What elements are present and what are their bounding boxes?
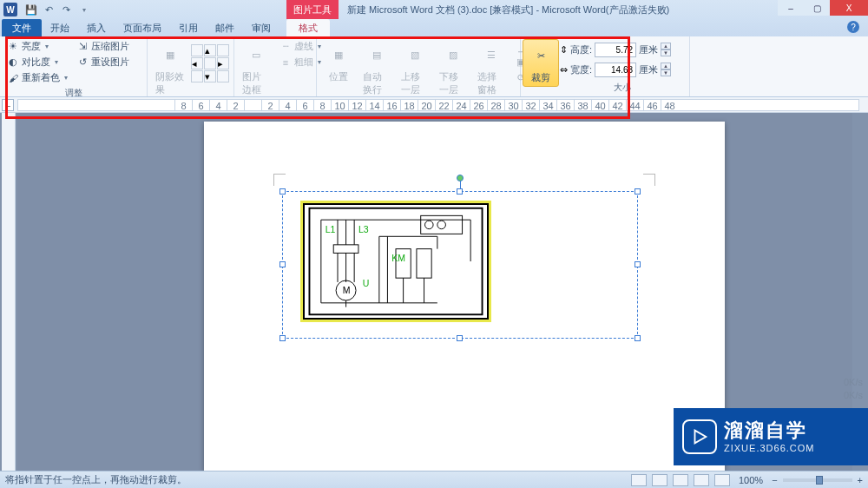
height-input[interactable] (595, 43, 636, 57)
help-icon[interactable]: ? (847, 21, 859, 33)
compress-pictures-button[interactable]: ⇲压缩图片 (74, 39, 132, 54)
shadow-icon: ▦ (156, 41, 184, 69)
qat-undo-button[interactable]: ↶ (42, 3, 56, 16)
shadow-effects-button[interactable]: ▦ 阴影效果 (152, 39, 187, 98)
bring-forward-button[interactable]: ▧上移一层 (398, 39, 432, 98)
ribbon-group-shadow: ▦ 阴影效果 ▴ ◂▸ ▾ 阴影效果 (148, 36, 234, 96)
resize-handle-r[interactable] (635, 261, 641, 267)
tab-page-layout[interactable]: 页面布局 (115, 19, 170, 36)
resize-handle-tl[interactable] (279, 188, 286, 195)
crop-icon: ✂ (527, 42, 555, 69)
picture-selection-frame[interactable]: M L1L3 UKM (282, 191, 638, 339)
rotate-handle[interactable] (457, 175, 464, 181)
nudge-right-button[interactable]: ▸ (217, 57, 229, 69)
forward-icon: ▧ (401, 41, 429, 69)
ruler-tick: 8 (174, 100, 192, 111)
tab-references[interactable]: 引用 (170, 19, 207, 36)
resize-handle-b[interactable] (457, 335, 463, 341)
qat-customize-button[interactable] (76, 3, 90, 16)
ruler-tick: 36 (556, 100, 574, 111)
resize-handle-bl[interactable] (279, 335, 286, 341)
backward-label: 下移一层 (439, 70, 467, 96)
ribbon: ☀亮度 ◐对比度 🖌重新着色 ⇲压缩图片 ↺重设图片 调整 ▦ 阴影效果 ▴ ◂… (0, 36, 868, 97)
ruler-tick: 2 (227, 100, 244, 111)
net-down: 0K/s (844, 389, 863, 401)
nudge-up-button[interactable]: ▴ (204, 44, 216, 56)
ruler-tick: 46 (643, 100, 661, 111)
tab-review[interactable]: 审阅 (243, 19, 279, 36)
forward-label: 上移一层 (401, 70, 429, 96)
reset-icon: ↺ (76, 56, 89, 69)
window-controls: – ▢ X (778, 0, 868, 16)
svg-text:L1: L1 (326, 224, 336, 234)
nudge-down-button[interactable]: ▾ (204, 70, 216, 82)
zoom-percentage[interactable]: 100% (735, 475, 766, 485)
resize-handle-tr[interactable] (635, 188, 641, 195)
position-button[interactable]: ▦位置 (321, 39, 356, 85)
width-step-up[interactable]: ▲ (661, 63, 671, 69)
view-draft-button[interactable] (714, 474, 730, 486)
wrap-label: 自动换行 (363, 70, 391, 96)
height-label: 高度: (570, 43, 592, 56)
contrast-button[interactable]: ◐对比度 (4, 55, 70, 69)
height-step-up[interactable]: ▲ (661, 43, 671, 49)
qat-save-button[interactable]: 💾 (24, 3, 38, 16)
height-icon: ⇕ (560, 44, 568, 56)
reset-picture-button[interactable]: ↺重设图片 (74, 55, 132, 69)
ruler-tick: 42 (608, 100, 626, 111)
ruler-tick: 26 (470, 100, 487, 111)
horizontal-ruler-bar: ∟ 86422468101214161820222426283032343638… (0, 97, 868, 113)
resize-handle-br[interactable] (635, 335, 641, 341)
view-outline-button[interactable] (694, 474, 709, 486)
ruler-tick: 14 (365, 100, 383, 111)
view-web-layout-button[interactable] (673, 474, 688, 486)
file-tab[interactable]: 文件 (2, 19, 42, 36)
wrap-text-button[interactable]: ▤自动换行 (359, 39, 394, 98)
selection-pane-button[interactable]: ☰选择窗格 (474, 39, 509, 98)
title-bar: W 💾 ↶ ↷ 图片工具 新建 Microsoft Word 文档 (3).do… (0, 0, 868, 19)
send-backward-button[interactable]: ▨下移一层 (436, 39, 470, 98)
brightness-button[interactable]: ☀亮度 (4, 39, 70, 54)
svg-text:L3: L3 (358, 224, 369, 234)
picture-border-button[interactable]: ▭ 图片边框 (239, 39, 273, 98)
height-unit: 厘米 (639, 43, 658, 56)
width-step-down[interactable]: ▼ (661, 69, 671, 76)
window-minimize-button[interactable]: – (778, 0, 804, 16)
zoom-slider[interactable] (783, 478, 852, 482)
recolor-button[interactable]: 🖌重新着色 (4, 70, 70, 85)
window-close-button[interactable]: X (830, 0, 868, 16)
selection-pane-label: 选择窗格 (477, 70, 505, 96)
zoom-out-button[interactable]: − (772, 475, 777, 485)
svg-text:M: M (343, 285, 351, 295)
tab-mailings[interactable]: 邮件 (207, 19, 243, 36)
tab-home[interactable]: 开始 (42, 19, 78, 36)
embedded-picture[interactable]: M L1L3 UKM (300, 201, 491, 322)
shadow-label: 阴影效果 (155, 70, 184, 96)
ruler-tick: 34 (539, 100, 556, 111)
nudge-left-button[interactable]: ◂ (191, 57, 203, 69)
dashes-label: 虚线 (294, 40, 313, 53)
zoom-in-button[interactable]: + (858, 475, 863, 485)
horizontal-ruler[interactable]: 8642246810121416182022242628303234363840… (17, 99, 859, 111)
qat-redo-button[interactable]: ↷ (59, 3, 73, 16)
height-row: ⇕ 高度: 厘米 ▲▼ (560, 43, 671, 57)
window-maximize-button[interactable]: ▢ (804, 0, 830, 16)
ruler-tick: 28 (487, 100, 504, 111)
tab-insert[interactable]: 插入 (78, 19, 115, 36)
view-full-screen-button[interactable] (652, 474, 667, 486)
resize-handle-l[interactable] (279, 261, 286, 267)
ribbon-group-arrange: ▦位置 ▤自动换行 ▧上移一层 ▨下移一层 ☰选择窗格 ⎯对齐 ▣组合 ⟳旋转 … (317, 36, 521, 96)
crop-button[interactable]: ✂ 裁剪 (523, 39, 559, 87)
height-step-down[interactable]: ▼ (661, 49, 671, 56)
zoom-slider-thumb[interactable] (816, 476, 823, 485)
wrap-icon: ▤ (363, 41, 391, 69)
window-title: 新建 Microsoft Word 文档 (3).doc [兼容模式] - Mi… (347, 0, 764, 19)
tab-format[interactable]: 格式 (286, 19, 330, 36)
view-print-layout-button[interactable] (631, 474, 647, 486)
resize-handle-t[interactable] (457, 188, 463, 195)
tab-stop-selector[interactable]: ∟ (2, 99, 14, 111)
brightness-label: 亮度 (22, 40, 41, 53)
weight-label: 粗细 (294, 56, 313, 69)
width-input[interactable] (595, 63, 636, 77)
vertical-ruler[interactable] (2, 113, 16, 471)
